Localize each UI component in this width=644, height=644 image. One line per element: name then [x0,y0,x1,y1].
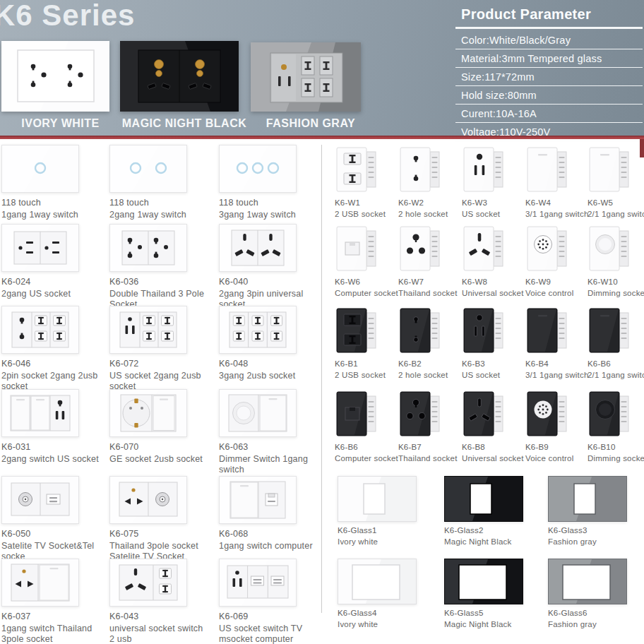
product-cell: K6-0681gang switch computer [219,476,318,551]
product-image [1,389,79,437]
product-image [1,145,79,193]
product-code: K6-B10 [588,443,644,451]
black-switch-module-icon [525,306,571,355]
white-glass-frame-icon [338,476,417,522]
showcase-card-black [120,41,239,112]
product-image [548,559,627,604]
product-code: K6-B4 [525,359,586,368]
product-desc: 3gang 2usb socket [219,371,318,381]
product-desc: 2/1 1gang switch [588,370,644,381]
product-code: K6-W1 [335,198,395,207]
product-image [1,476,79,524]
parameters-rows: Color:White/Black/GrayMaterial:3mm Tempe… [455,31,643,141]
product-code: K6-W10 [588,278,644,286]
univ-sw-usb-panel-icon [109,559,187,607]
product-code: K6-W5 [588,198,644,207]
product-desc: Dimming socket [588,288,644,299]
catalog-page: K6 Series IVORY WHITEMAGIC NIGHT BLACKFA… [0,0,644,644]
product-code: K6-B6 [335,443,395,451]
product-cell: 118 touch3gang 1way switch [219,145,318,220]
product-image [588,145,633,194]
product-image [109,306,187,354]
product-desc: Dimming socket [588,453,644,464]
product-cell: K6-B3US socket [462,306,523,381]
ge-2usb-panel-icon [109,389,187,437]
product-code: K6-043 [109,612,208,621]
product-image [109,389,187,437]
product-image [462,306,507,355]
product-cell: K6-Glass6Fashion gray [548,559,640,630]
product-code: K6-040 [219,277,318,287]
product-cell: K6-W52/1 1gang switch [588,145,644,220]
product-image [109,559,187,607]
black-glass-frame-icon [444,476,523,522]
product-desc: 1gang switch Thailand 3pole socket [1,624,100,644]
product-image [444,476,523,522]
black-glass-frame-icon [444,559,523,604]
showcase-label: IVORY WHITE [1,117,119,130]
product-code: K6-B6 [588,359,644,368]
product-code: K6-068 [219,529,318,539]
product-desc: 2 USB socket [335,370,395,381]
product-parameters-panel: Product Parameter Color:White/Black/Gray… [455,5,643,141]
product-cell: K6-0402gang 3pin universal socket [219,224,318,309]
white-usb2-module-icon [335,145,380,194]
product-image [1,306,79,354]
product-cell: K6-B9Voice control [525,389,586,464]
product-image [462,224,507,273]
product-code: K6-Glass6 [548,609,640,617]
product-cell: K6-W22 hole socket [398,145,459,220]
product-desc: 1gang switch computer [219,541,318,551]
pin2-2usb-panel-icon [1,306,79,354]
touch-1-panel-icon [1,145,79,193]
product-desc: Computer socket [335,288,395,299]
product-desc: Magic Night Black [444,619,536,630]
product-cell: K6-W6Computer socket [335,224,395,299]
product-desc: 2 USB socket [335,209,395,220]
product-image [335,389,380,439]
product-desc: Voice control [525,453,586,464]
product-code: K6-063 [219,442,318,452]
thai-satv-panel-icon [109,476,187,524]
product-desc: 1gang 1way switch [1,210,100,220]
product-cell: K6-W12 USB socket [335,145,395,220]
product-cell: K6-050Satelite TV Socket&Tel socke [1,476,100,561]
white-thai-module-icon [398,224,443,273]
touch-2-panel-icon [109,145,187,193]
product-cell: K6-069US socket switch TV msocket comput… [219,559,318,644]
product-desc: 3/1 1gang switch [525,209,586,220]
switch-computer-panel-icon [219,476,297,524]
product-cell: K6-B12 USB socket [335,306,395,381]
header: K6 Series IVORY WHITEMAGIC NIGHT BLACKFA… [0,0,644,136]
parameter-row: Material:3mm Tempered glass [455,49,643,68]
product-code: K6-W2 [398,198,459,207]
gray-glass-frame-icon [548,559,627,604]
product-image [444,559,523,604]
switch2-us-panel-icon [1,389,79,437]
product-image [398,145,443,194]
product-code: K6-B8 [462,443,523,451]
product-image [335,224,380,273]
switch-thai-panel-icon [1,559,79,607]
product-code: K6-W9 [525,278,586,286]
product-code: K6-036 [109,277,208,287]
product-cell: K6-B62/1 1gang switch [588,306,644,381]
product-desc: 2 hole socket [398,370,459,381]
product-code: K6-B7 [398,443,459,451]
white-voice-module-icon [525,224,571,273]
product-image [219,145,297,193]
black-universal-module-icon [462,389,507,439]
product-cell: K6-070GE socket 2usb socket [109,389,208,465]
white-switch-module-icon [525,145,571,194]
product-cell: K6-B6Computer socket [335,389,395,464]
black-switch-module-icon [588,306,633,355]
gray-glass-frame-icon [548,476,627,522]
product-code: K6-Glass2 [444,526,536,535]
product-code: K6-W6 [335,278,395,286]
product-cell: K6-0483gang 2usb socket [219,306,318,381]
product-image [335,145,380,194]
product-code: K6-048 [219,359,318,369]
product-code: K6-031 [1,442,100,452]
product-code: 118 touch [109,198,208,208]
product-desc: US socket 2gang 2usb socket [109,371,208,391]
